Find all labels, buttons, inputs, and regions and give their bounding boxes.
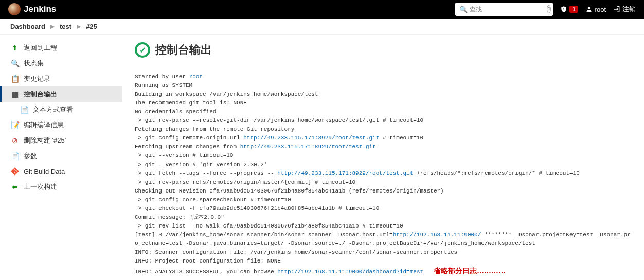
page-title-row: ✓ 控制台输出	[135, 42, 632, 58]
console-line: > git config core.sparsecheckout # timeo…	[135, 197, 291, 203]
sidebar-item-label: 变更记录	[24, 74, 50, 83]
git-url-link[interactable]: http://49.233.115.171:8929/root/test.git	[277, 170, 413, 177]
sidebar-item-label: 状态集	[24, 59, 44, 68]
svg-point-1	[587, 7, 590, 9]
arrow-left-icon: ⬅	[10, 182, 20, 191]
console-inline: # timeout=10	[379, 135, 423, 141]
logout-button[interactable]: 注销	[613, 5, 636, 14]
success-icon: ✓	[135, 42, 150, 58]
console-line: INFO: Project root configuration file: N…	[135, 258, 281, 264]
shield-icon: !	[560, 6, 567, 13]
breadcrumb-dashboard[interactable]: Dashboard	[10, 23, 45, 30]
params-icon: 📄	[10, 151, 20, 161]
sidebar-item-prev[interactable]: ⬅ 上一次构建	[0, 179, 122, 195]
git-url-link[interactable]: http://49.233.115.171:8929/root/test.git	[243, 135, 379, 141]
sidebar-item-git[interactable]: Git Build Data	[0, 164, 122, 179]
console-output: Started by user root Running as SYSTEM B…	[135, 64, 632, 280]
sidebar-item-label: 编辑编译信息	[24, 120, 64, 130]
jenkins-logo-icon	[8, 3, 21, 15]
list-icon: 📋	[10, 74, 20, 83]
user-icon	[585, 6, 593, 13]
sidebar-item-changes[interactable]: 📋 变更记录	[0, 71, 122, 86]
annotation-text: 省略部分日志…………	[434, 266, 506, 277]
breadcrumb-build[interactable]: #25	[86, 23, 97, 30]
alerts[interactable]: ! 1	[560, 6, 578, 13]
console-line: > git rev-parse refs/remotes/origin/mast…	[135, 179, 355, 185]
console-line: Running as SYSTEM	[135, 82, 192, 89]
body: ⬆ 返回到工程 🔍 状态集 📋 变更记录 ▤ 控制台输出 📄 文本方式查看 📝 …	[0, 35, 644, 280]
console-line: > git checkout -f cfa79aab9dc514030676f2…	[135, 205, 379, 212]
breadcrumb-sep: ▶	[77, 23, 81, 30]
sidebar-item-label: 文本方式查看	[33, 105, 73, 114]
sidebar-item-status[interactable]: 🔍 状态集	[0, 56, 122, 71]
sidebar-item-delete[interactable]: ⊘ 删除构建 '#25'	[0, 133, 122, 148]
console-line: No credentials specified	[135, 109, 216, 115]
magnifier-icon: 🔍	[10, 59, 20, 68]
logout-icon	[613, 6, 620, 13]
user-name: root	[595, 6, 606, 13]
user-menu[interactable]: root	[585, 6, 606, 13]
annotated-line: INFO: ANALYSIS SUCCESSFUL, you can brows…	[135, 266, 632, 277]
sidebar-item-label: 参数	[24, 151, 37, 161]
console-line: > git --version # 'git version 2.30.2'	[135, 162, 267, 168]
help-icon[interactable]: ?	[547, 5, 551, 13]
sidebar: ⬆ 返回到工程 🔍 状态集 📋 变更记录 ▤ 控制台输出 📄 文本方式查看 📝 …	[0, 35, 122, 280]
git-url-link[interactable]: http://49.233.115.171:8929/root/test.git	[240, 144, 376, 150]
sidebar-item-label: 删除构建 '#25'	[24, 136, 66, 145]
sonar-dash-link[interactable]: http://192.168.11.11:9000/dashboard?id=t…	[277, 269, 423, 275]
topbar: Jenkins 🔍 ? ! 1 root 注销	[0, 0, 644, 19]
sidebar-item-label: Git Build Data	[24, 168, 65, 176]
console-line: [test] $ /var/jenkins_home/sonar-scanner…	[135, 232, 393, 238]
console-line: The recommended git tool is: NONE	[135, 100, 247, 106]
console-line: > git config remote.origin.url	[135, 135, 243, 141]
svg-text:!: !	[563, 7, 564, 11]
terminal-icon: ▤	[10, 90, 20, 99]
brand[interactable]: Jenkins	[8, 3, 56, 15]
sonar-host-link[interactable]: http://192.168.11.11:9000/	[393, 232, 481, 238]
logout-label: 注销	[622, 5, 636, 14]
sidebar-item-editinfo[interactable]: 📝 编辑编译信息	[0, 117, 122, 133]
search-icon: 🔍	[459, 6, 468, 13]
console-line: > git rev-parse --resolve-git-dir /var/j…	[135, 117, 423, 124]
breadcrumb-project[interactable]: test	[60, 23, 71, 30]
console-inline: +refs/heads/*:refs/remotes/origin/* # ti…	[413, 170, 579, 177]
brand-text: Jenkins	[24, 4, 56, 14]
search-input[interactable]	[470, 6, 547, 13]
delete-icon: ⊘	[10, 136, 20, 145]
sidebar-item-back[interactable]: ⬆ 返回到工程	[0, 40, 122, 56]
console-line: Building in workspace /var/jenkins_home/…	[135, 91, 318, 97]
sidebar-item-console[interactable]: ▤ 控制台输出	[0, 86, 122, 102]
edit-icon: 📝	[10, 120, 20, 130]
page-title: 控制台输出	[155, 42, 212, 58]
breadcrumb: Dashboard ▶ test ▶ #25	[0, 19, 644, 35]
console-line: INFO: Scanner configuration file: /var/j…	[135, 249, 457, 255]
sidebar-item-params[interactable]: 📄 参数	[0, 148, 122, 164]
arrow-up-icon: ⬆	[10, 43, 20, 52]
sidebar-item-label: 控制台输出	[24, 90, 57, 99]
document-icon: 📄	[20, 105, 29, 114]
console-line: > git fetch --tags --force --progress --	[135, 170, 277, 177]
main-content: ✓ 控制台输出 Started by user root Running as …	[122, 35, 644, 280]
console-line: Fetching upstream changes from	[135, 144, 240, 150]
console-line: Commit message: "版本2.0.0"	[135, 214, 224, 220]
console-line: Fetching changes from the remote Git rep…	[135, 126, 294, 132]
git-icon	[10, 167, 20, 176]
console-line: Started by user	[135, 74, 189, 80]
search-box[interactable]: 🔍 ?	[455, 3, 553, 16]
console-line: Checking out Revision cfa79aab9dc5140306…	[135, 188, 444, 194]
console-line: INFO: ANALYSIS SUCCESSFUL, you can brows…	[135, 269, 277, 275]
sidebar-item-plaintext[interactable]: 📄 文本方式查看	[0, 102, 122, 117]
sidebar-item-label: 上一次构建	[24, 182, 57, 191]
alert-count: 1	[569, 6, 578, 13]
breadcrumb-sep: ▶	[50, 23, 55, 30]
sidebar-item-label: 返回到工程	[24, 43, 57, 52]
console-line: > git rev-list --no-walk cfa79aab9dc5140…	[135, 223, 403, 229]
user-link[interactable]: root	[189, 74, 203, 80]
console-line: > git --version # timeout=10	[135, 152, 233, 159]
